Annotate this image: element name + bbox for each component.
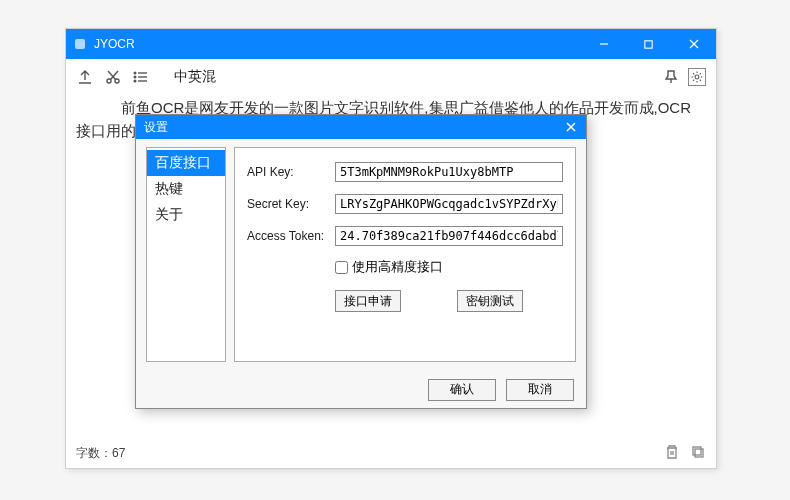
- tab-about[interactable]: 关于: [147, 202, 225, 228]
- mode-label[interactable]: 中英混: [174, 68, 216, 86]
- window-title: JYOCR: [94, 37, 581, 51]
- statusbar-right: [664, 444, 706, 463]
- list-icon[interactable]: [132, 68, 150, 86]
- tab-list: 百度接口 热键 关于: [146, 147, 226, 362]
- svg-point-15: [695, 75, 699, 79]
- maximize-button[interactable]: [626, 29, 671, 59]
- access-token-label: Access Token:: [247, 229, 335, 243]
- statusbar: 字数：67: [66, 438, 716, 468]
- svg-point-14: [134, 80, 136, 82]
- settings-panel: API Key: Secret Key: Access Token: 使用高精度…: [234, 147, 576, 362]
- gear-icon[interactable]: [688, 68, 706, 86]
- toolbar-left: 中英混: [76, 68, 216, 86]
- svg-point-6: [115, 79, 119, 83]
- row-high-precision: 使用高精度接口: [335, 258, 563, 276]
- test-key-button[interactable]: 密钥测试: [457, 290, 523, 312]
- svg-rect-2: [645, 40, 652, 47]
- window-controls: [581, 29, 716, 59]
- dialog-footer: 确认 取消: [136, 370, 586, 408]
- toolbar-right: [662, 68, 706, 86]
- secret-key-label: Secret Key:: [247, 197, 335, 211]
- apply-api-button[interactable]: 接口申请: [335, 290, 401, 312]
- ok-button[interactable]: 确认: [428, 379, 496, 401]
- pin-icon[interactable]: [662, 68, 680, 86]
- cancel-button[interactable]: 取消: [506, 379, 574, 401]
- trash-icon[interactable]: [664, 444, 680, 463]
- row-access-token: Access Token:: [247, 226, 563, 246]
- svg-point-12: [134, 72, 136, 74]
- button-row: 接口申请 密钥测试: [335, 290, 563, 312]
- row-api-key: API Key:: [247, 162, 563, 182]
- svg-rect-0: [75, 39, 85, 49]
- scissors-icon[interactable]: [104, 68, 122, 86]
- dialog-body: 百度接口 热键 关于 API Key: Secret Key: Access T…: [136, 139, 586, 370]
- api-key-label: API Key:: [247, 165, 335, 179]
- text-line-2: 接口用的: [76, 122, 136, 139]
- high-precision-label: 使用高精度接口: [352, 258, 443, 276]
- svg-rect-17: [695, 449, 703, 457]
- svg-point-13: [134, 76, 136, 78]
- main-titlebar: JYOCR: [66, 29, 716, 59]
- settings-dialog: 设置 百度接口 热键 关于 API Key: Secret Key: Acces…: [135, 114, 587, 409]
- dialog-titlebar: 设置: [136, 115, 586, 139]
- close-button[interactable]: [671, 29, 716, 59]
- row-secret-key: Secret Key:: [247, 194, 563, 214]
- app-icon: [72, 36, 88, 52]
- tab-baidu-api[interactable]: 百度接口: [147, 150, 225, 176]
- toolbar: 中英混: [66, 59, 716, 95]
- high-precision-checkbox[interactable]: [335, 261, 348, 274]
- dialog-close-button[interactable]: [556, 115, 586, 139]
- secret-key-input[interactable]: [335, 194, 563, 214]
- minimize-button[interactable]: [581, 29, 626, 59]
- svg-point-5: [107, 79, 111, 83]
- tab-hotkey[interactable]: 热键: [147, 176, 225, 202]
- copy-icon[interactable]: [690, 444, 706, 463]
- access-token-input[interactable]: [335, 226, 563, 246]
- dialog-title: 设置: [144, 119, 168, 136]
- upload-icon[interactable]: [76, 68, 94, 86]
- api-key-input[interactable]: [335, 162, 563, 182]
- char-count: 字数：67: [76, 445, 125, 462]
- svg-rect-16: [693, 447, 701, 455]
